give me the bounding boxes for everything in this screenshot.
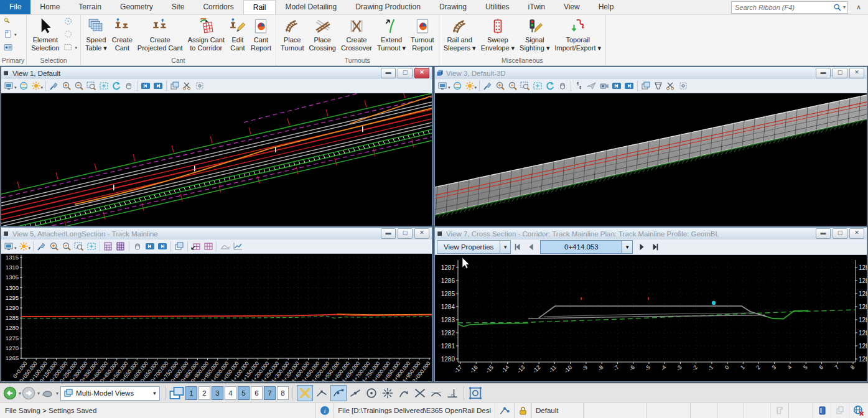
ribbon-tab-corridors[interactable]: Corridors <box>194 0 243 14</box>
pan-icon[interactable] <box>132 241 143 252</box>
chevron-down-icon[interactable]: ▼ <box>500 241 510 253</box>
place-turnout-button[interactable]: PlaceTurnout <box>278 16 307 52</box>
view-toggle-3[interactable]: 3 <box>212 386 223 400</box>
view-toggle-6[interactable]: 6 <box>251 386 263 400</box>
attach-tools-icon[interactable]: ▾ <box>3 29 17 40</box>
prev-view-icon[interactable] <box>611 80 622 91</box>
fence-rectangle-icon[interactable]: ▾ <box>63 42 77 53</box>
create-crossover-button[interactable]: CreateCrossover <box>338 16 375 52</box>
next-station-button[interactable] <box>635 241 648 253</box>
fence-circle-active-icon[interactable] <box>63 16 77 27</box>
maximize-button[interactable]: ▢ <box>398 228 413 239</box>
assign-cant-to-corridor-button[interactable]: Assign Cantto Corridor <box>185 16 227 52</box>
dropdown-arrow-icon[interactable]: ▾ <box>448 85 450 90</box>
create-projected-cant-button[interactable]: CreateProjected Cant <box>135 16 185 52</box>
copy-view-icon[interactable] <box>169 80 180 91</box>
next-view-icon[interactable] <box>152 80 164 91</box>
ribbon-tab-view[interactable]: View <box>554 0 589 14</box>
close-button[interactable]: ✕ <box>414 68 429 78</box>
close-button[interactable]: ✕ <box>849 228 864 239</box>
view-toggle-2[interactable]: 2 <box>198 386 210 400</box>
search-input[interactable] <box>734 3 833 12</box>
element-selection-button[interactable]: ElementSelection <box>29 16 62 52</box>
forward-button[interactable] <box>22 386 35 400</box>
grid-icon[interactable] <box>203 241 214 252</box>
view-title-bar[interactable]: View 1, Default▬▢✕ <box>1 67 432 79</box>
view5-profile-canvas[interactable]: 1315131013051300129512901285128012751270… <box>1 254 432 381</box>
rail-and-sleepers-button[interactable]: Rail andSleepers ▾ <box>441 16 478 52</box>
minimize-button[interactable]: ▬ <box>381 228 396 239</box>
snap-keypoint-icon[interactable] <box>330 385 347 401</box>
status-clip-icon[interactable] <box>770 403 788 418</box>
snap-nearest-icon[interactable] <box>314 386 329 401</box>
view1-plan-canvas[interactable] <box>1 93 432 226</box>
status-file-info[interactable]: File [D:\Trainings Delivered\E365 OpenRa… <box>334 403 495 418</box>
status-copy-icon[interactable] <box>831 403 849 418</box>
zoom-window-icon[interactable] <box>520 80 531 91</box>
close-button[interactable]: ✕ <box>849 68 864 78</box>
fly-icon[interactable] <box>586 80 597 91</box>
multi-model-views-combo[interactable]: Multi-Model Views▼ <box>60 386 160 401</box>
clip-scissors-icon[interactable] <box>182 80 193 91</box>
signal-sighting-button[interactable]: SignalSighting ▾ <box>517 16 552 52</box>
view-toggle-4[interactable]: 4 <box>225 386 236 400</box>
view-toggle-1[interactable]: 1 <box>185 386 197 400</box>
view-toggle-5[interactable]: 5 <box>238 386 250 400</box>
status-book-icon[interactable] <box>813 403 831 418</box>
status-snap-mode-icon[interactable] <box>495 403 514 418</box>
sweep-envelope-button[interactable]: SweepEnvelope ▾ <box>478 16 517 52</box>
station-combo[interactable]: 0+414.053▼ <box>540 240 633 254</box>
sun-icon[interactable] <box>18 241 29 252</box>
status-info-icon[interactable]: i <box>315 403 334 418</box>
snap-tangent-icon[interactable] <box>429 386 444 401</box>
pan-icon[interactable] <box>557 80 568 91</box>
turnout-report-button[interactable]: TurnoutReport <box>408 16 437 52</box>
ribbon-tab-geometry[interactable]: Geometry <box>111 0 162 14</box>
fit-view-icon[interactable] <box>98 80 110 91</box>
view-toggle-7[interactable]: 7 <box>264 386 276 400</box>
grid-plus-icon[interactable] <box>190 241 202 252</box>
view7-cross-section-canvas[interactable]: 1287128712861286128512851284128412831283… <box>435 255 867 381</box>
zoom-out-icon[interactable] <box>73 80 85 91</box>
dropdown-arrow-icon[interactable]: ▾ <box>29 246 31 251</box>
view-title-bar[interactable]: View 5, AttachedLongSection - Track Main… <box>1 228 432 239</box>
search-dropdown-icon[interactable]: ▾ <box>843 4 846 10</box>
cascade-views-icon[interactable] <box>169 386 184 401</box>
zoom-out-icon[interactable] <box>61 241 72 252</box>
minimize-button[interactable]: ▬ <box>816 68 831 78</box>
zoom-window-icon[interactable] <box>86 80 97 91</box>
brush-icon[interactable] <box>36 241 47 252</box>
rotate-view-icon[interactable] <box>111 80 122 91</box>
snap-perpendicular-icon[interactable] <box>445 386 460 401</box>
explorer-icon[interactable] <box>3 16 17 27</box>
status-active-model[interactable]: Default <box>531 403 583 418</box>
dropdown-arrow-icon[interactable]: ▾ <box>475 85 477 90</box>
ribbon-tab-utilities[interactable]: Utilities <box>476 0 519 14</box>
maximize-button[interactable]: ▢ <box>398 68 413 78</box>
snap-bisector-icon[interactable] <box>396 386 411 401</box>
last-station-button[interactable] <box>649 241 661 253</box>
view-title-bar[interactable]: View 7, Cross Section - Corridor: Track … <box>435 228 867 239</box>
accudraw-toggle-icon[interactable] <box>297 385 313 401</box>
minimize-button[interactable]: ▬ <box>816 228 831 239</box>
status-network-offline-icon[interactable] <box>849 403 868 418</box>
fence-circle-icon[interactable] <box>63 29 77 40</box>
view-toggle-8[interactable]: 8 <box>277 386 289 400</box>
properties-icon[interactable] <box>3 42 17 53</box>
first-station-button[interactable] <box>511 241 524 253</box>
place-crossing-button[interactable]: PlaceCrossing <box>306 16 338 52</box>
marker-tool-icon[interactable] <box>40 386 54 400</box>
close-button[interactable]: ✕ <box>414 228 429 239</box>
snap-origin-icon[interactable] <box>380 386 395 401</box>
calc-b-icon[interactable] <box>115 241 126 252</box>
maximize-button[interactable]: ▢ <box>833 68 847 78</box>
ribbon-tab-home[interactable]: Home <box>30 0 69 14</box>
next-view-icon[interactable] <box>623 80 635 91</box>
zoom-in-icon[interactable] <box>495 80 506 91</box>
speed-table-button[interactable]: SpeedTable ▾ <box>83 16 110 52</box>
chevron-down-icon[interactable]: ▼ <box>150 391 159 396</box>
dropdown-arrow-icon[interactable]: ▾ <box>14 246 17 251</box>
zoom-in-icon[interactable] <box>61 80 72 91</box>
rotate-view-icon[interactable] <box>544 80 556 91</box>
zoom-out-icon[interactable] <box>507 80 518 91</box>
